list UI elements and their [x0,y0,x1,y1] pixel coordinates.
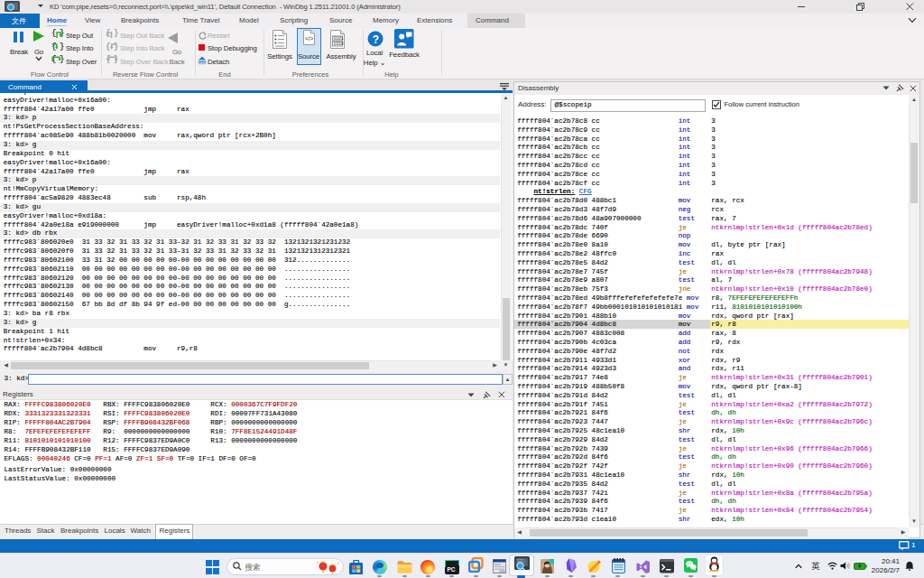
svg-text:1010: 1010 [333,42,343,46]
svg-text:</>: </> [305,35,314,42]
svg-text:?: ? [373,33,379,45]
svg-text:PC: PC [447,565,455,572]
svg-text:0101: 0101 [333,36,343,41]
